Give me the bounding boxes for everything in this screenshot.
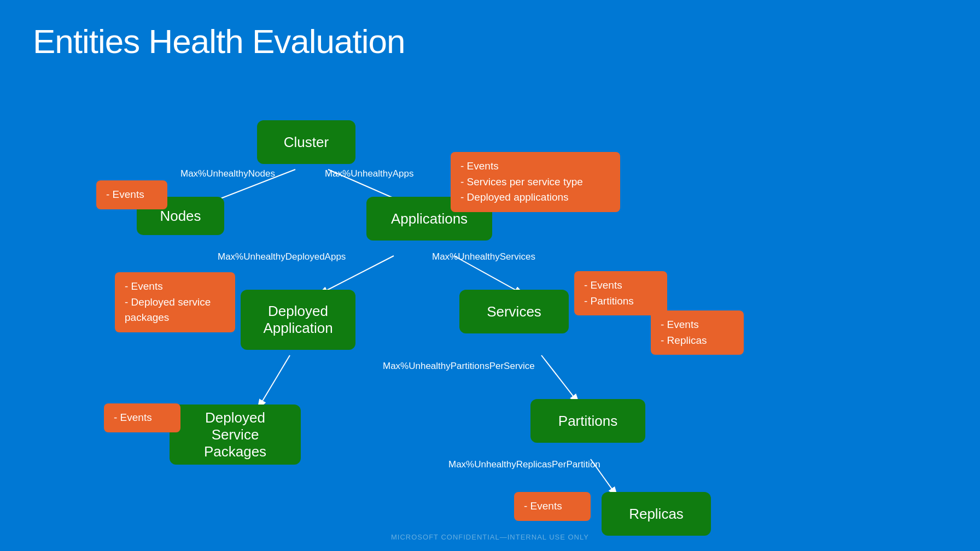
deployed-spkg-events-box: Events: [104, 403, 180, 432]
deployed-service-packages-node: Deployed Service Packages: [170, 405, 301, 465]
services-events-box: Events Partitions: [574, 271, 667, 315]
page-title: Entities Health Evaluation: [33, 22, 405, 61]
deployed-app-events-box: Events Deployed service packages: [115, 272, 235, 332]
partitions-events-box: Events Replicas: [651, 310, 744, 355]
partitions-node: Partitions: [530, 399, 645, 443]
label-max-unhealthy-partitions: Max%UnhealthyPartitionsPerService: [383, 361, 535, 372]
footer-text: MICROSOFT CONFIDENTIAL—INTERNAL USE ONLY: [391, 533, 589, 541]
svg-line-5: [257, 355, 290, 410]
deployed-application-node: Deployed Application: [241, 290, 355, 350]
label-max-unhealthy-replicas: Max%UnhealthyReplicasPerPartition: [448, 459, 600, 470]
label-max-unhealthy-deployed-apps: Max%UnhealthyDeployedApps: [218, 251, 346, 262]
label-max-unhealthy-services: Max%UnhealthyServices: [432, 251, 535, 262]
applications-events-box: Events Services per service type Deploye…: [451, 152, 620, 212]
label-max-unhealthy-apps: Max%UnhealthyApps: [325, 168, 414, 179]
services-node: Services: [459, 290, 569, 333]
label-max-unhealthy-nodes: Max%UnhealthyNodes: [180, 168, 275, 179]
replicas-node: Replicas: [602, 492, 711, 536]
nodes-events-box: Events: [96, 180, 167, 209]
replicas-events-box: Events: [514, 492, 591, 521]
cluster-node: Cluster: [257, 120, 355, 164]
svg-line-6: [541, 355, 580, 405]
